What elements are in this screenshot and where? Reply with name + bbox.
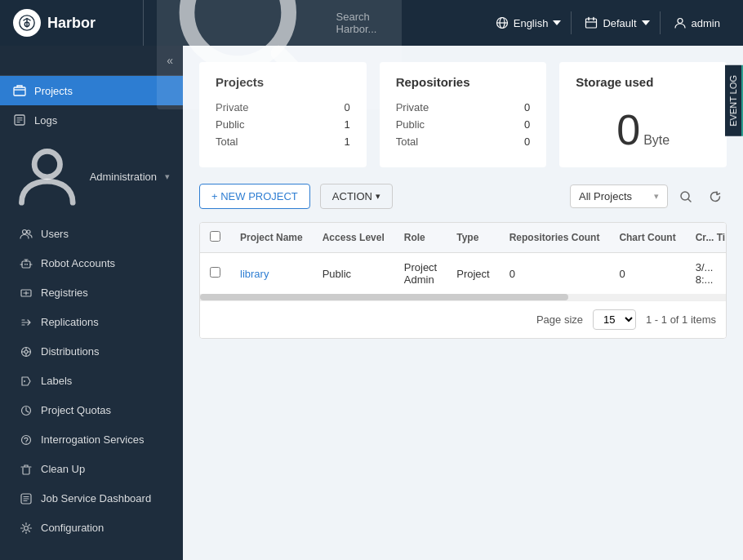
admin-icon <box>13 143 82 211</box>
search-area[interactable]: Search Harbor... <box>157 0 402 109</box>
sidebar-item-label: Configuration <box>41 522 104 534</box>
refresh-button[interactable] <box>704 185 727 208</box>
repos-public-row: Public 0 <box>396 116 531 133</box>
svg-point-10 <box>34 151 60 176</box>
projects-total-label: Total <box>216 136 238 148</box>
sidebar-item-label: Users <box>41 228 69 240</box>
sidebar-item-projects[interactable]: Projects <box>0 76 183 105</box>
sidebar: « Projects Logs Administratio <box>0 46 183 560</box>
main-content: Projects Private 0 Public 1 Total 1 Repo… <box>183 46 743 560</box>
sidebar-item-robot-accounts[interactable]: Robot Accounts <box>7 249 183 278</box>
sidebar-collapse-area: « <box>0 46 183 76</box>
interrogation-icon <box>20 433 33 447</box>
row-type: Project <box>447 253 499 295</box>
projects-table-container: Project Name Access Level Role Type Repo <box>199 222 727 339</box>
sidebar-item-labels[interactable]: Labels <box>7 367 183 396</box>
creation-time-header: Cr... Ti... <box>686 223 727 253</box>
robot-icon <box>20 257 33 270</box>
sidebar-item-label: Replications <box>41 316 99 328</box>
role-header: Role <box>394 223 447 253</box>
sidebar-sub-admin: Users Robot Accounts Registri <box>0 220 183 543</box>
projects-public-label: Public <box>216 118 244 131</box>
sidebar-item-label: Registries <box>41 287 88 299</box>
row-checkbox[interactable] <box>210 267 220 278</box>
refresh-icon <box>709 190 722 203</box>
svg-point-18 <box>24 350 28 353</box>
logo-icon <box>13 9 41 37</box>
sidebar-item-registries[interactable]: Registries <box>7 278 183 308</box>
app-name: Harbor <box>47 15 96 32</box>
language-label: English <box>514 17 549 29</box>
action-chevron-icon: ▾ <box>376 191 380 202</box>
storage-card-title: Storage used <box>576 75 710 89</box>
sidebar-item-label: Projects <box>34 85 73 97</box>
projects-public-value: 1 <box>344 118 349 131</box>
new-project-button[interactable]: + NEW PROJECT <box>199 184 310 209</box>
job-service-icon <box>20 492 33 505</box>
row-chart-count: 0 <box>609 253 685 295</box>
page-size-select[interactable]: 15 25 50 <box>593 309 636 330</box>
table-body: library Public Project Admin Project 0 0… <box>200 253 727 295</box>
configuration-icon <box>20 522 33 535</box>
svg-rect-6 <box>586 19 597 28</box>
svg-point-12 <box>27 230 30 233</box>
sidebar-item-distributions[interactable]: Distributions <box>7 337 183 367</box>
access-level-header: Access Level <box>313 223 394 253</box>
sidebar-item-users[interactable]: Users <box>7 220 183 249</box>
sidebar-item-administration[interactable]: Administration ▾ <box>0 135 183 220</box>
horizontal-scrollbar[interactable] <box>200 294 726 300</box>
row-checkbox-cell <box>200 253 230 295</box>
theme-button[interactable]: Default <box>575 11 660 34</box>
chevron-icon: ▾ <box>165 171 170 182</box>
nav-right: English Default admin <box>486 11 730 34</box>
row-repositories-count: 0 <box>500 253 610 295</box>
sidebar-item-cleanup[interactable]: Clean Up <box>7 455 183 484</box>
sidebar-item-logs[interactable]: Logs <box>0 105 183 135</box>
sidebar-item-label: Administration <box>90 171 157 183</box>
storage-stat-card: Storage used 0 Byte <box>559 62 727 167</box>
project-name-label: Project Name <box>240 232 303 243</box>
svg-rect-8 <box>14 87 25 96</box>
user-button[interactable]: admin <box>664 11 730 34</box>
quotas-icon <box>20 404 33 417</box>
projects-total-row: Total 1 <box>216 133 350 150</box>
search-button[interactable] <box>674 185 697 208</box>
user-label: admin <box>692 17 720 29</box>
event-log-tab[interactable]: EVENT LOG <box>725 65 743 136</box>
sidebar-item-label: Project Quotas <box>41 404 111 416</box>
sidebar-item-configuration[interactable]: Configuration <box>7 513 183 543</box>
registries-icon <box>20 287 33 300</box>
language-button[interactable]: English <box>486 11 572 34</box>
projects-total-value: 1 <box>344 136 349 148</box>
row-access-level: Public <box>313 253 394 295</box>
repos-private-value: 0 <box>524 101 530 113</box>
sidebar-item-job-service[interactable]: Job Service Dashboard <box>7 484 183 513</box>
repos-total-value: 0 <box>524 136 530 148</box>
repositories-count-label: Repositories Count <box>509 232 600 243</box>
projects-toolbar: + NEW PROJECT ACTION ▾ All Projects ▾ <box>199 184 727 209</box>
select-all-checkbox[interactable] <box>210 231 220 242</box>
page-size-label: Page size <box>536 313 583 326</box>
repos-public-value: 0 <box>524 118 530 131</box>
action-button[interactable]: ACTION ▾ <box>320 184 393 209</box>
main-layout: « Projects Logs Administratio <box>0 46 743 560</box>
sidebar-item-interrogation[interactable]: Interrogation Services <box>7 425 183 455</box>
project-name-link[interactable]: library <box>240 268 269 280</box>
action-label: ACTION <box>332 190 372 202</box>
filter-dropdown[interactable]: All Projects ▾ <box>570 184 668 208</box>
theme-label: Default <box>603 17 636 29</box>
table-header: Project Name Access Level Role Type Repo <box>200 223 727 253</box>
topnav: Harbor Search Harbor... English Default <box>0 0 743 46</box>
storage-unit: Byte <box>643 133 670 148</box>
sidebar-item-replications[interactable]: Replications <box>7 308 183 337</box>
row-creation-time: 3/... 8:... <box>686 253 727 295</box>
distributions-icon <box>20 345 33 358</box>
sidebar-item-label: Logs <box>34 114 57 127</box>
chevron-down-icon2 <box>642 19 650 27</box>
sidebar-item-project-quotas[interactable]: Project Quotas <box>7 396 183 425</box>
logs-icon <box>13 113 26 127</box>
logo-area: Harbor <box>13 0 144 46</box>
labels-icon <box>20 375 33 388</box>
repos-private-row: Private 0 <box>396 99 531 116</box>
filter-value: All Projects <box>579 190 632 202</box>
